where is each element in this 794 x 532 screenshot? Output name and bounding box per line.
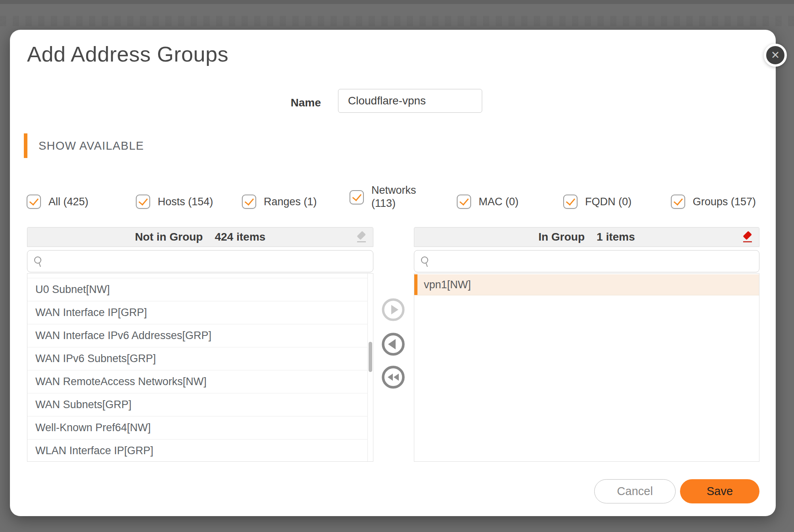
clear-search-icon[interactable]	[354, 231, 368, 245]
not-in-group-search-input[interactable]	[46, 252, 367, 270]
list-item[interactable]: WAN IPv6 Subnets[GRP]	[27, 347, 367, 370]
not-in-group-search	[27, 250, 373, 272]
clipped-list-row	[27, 274, 367, 278]
checkbox-mac[interactable]	[457, 195, 471, 209]
list-item[interactable]: WAN Interface IP[GRP]	[27, 301, 367, 324]
filter-label: Groups (157)	[693, 195, 756, 209]
list-item[interactable]: Well-Known Pref64[NW]	[27, 416, 367, 439]
checkbox-all[interactable]	[27, 195, 41, 209]
scrollbar-thumb[interactable]	[369, 342, 372, 372]
name-input[interactable]	[338, 89, 482, 113]
filter-label: All (425)	[48, 195, 89, 209]
checkbox-networks[interactable]	[350, 190, 364, 204]
filter-label-line1: Networks	[371, 184, 416, 196]
selected-list-item[interactable]: vpn1[NW]	[414, 274, 759, 295]
search-icon	[420, 256, 432, 268]
close-icon[interactable]: ✕	[764, 44, 787, 67]
cancel-button[interactable]: Cancel	[594, 479, 676, 503]
checkbox-ranges[interactable]	[242, 195, 256, 209]
filter-groups: Groups (157)	[671, 195, 756, 209]
name-field-label: Name	[281, 96, 321, 109]
not-in-group-list: U0 Subnet[NW] WAN Interface IP[GRP] WAN …	[27, 273, 373, 462]
move-right-button[interactable]	[382, 298, 405, 321]
screen-backdrop: ✕ Add Address Groups Name SHOW AVAILABLE…	[0, 0, 794, 532]
filter-mac: MAC (0)	[457, 195, 519, 209]
filter-label-line2: (113)	[371, 197, 396, 209]
list-item[interactable]: WLAN Interface IP[GRP]	[27, 439, 367, 462]
page-title: Add Address Groups	[27, 42, 228, 66]
section-title: SHOW AVAILABLE	[39, 139, 144, 152]
not-in-group-header: Not in Group 424 items	[27, 227, 373, 247]
filter-label: FQDN (0)	[585, 195, 632, 209]
scrollbar-track[interactable]	[367, 274, 373, 461]
filter-label: Hosts (154)	[158, 195, 213, 209]
list-item[interactable]: WAN Interface IPv6 Addresses[GRP]	[27, 324, 367, 347]
arrow-left-icon	[382, 333, 405, 356]
arrow-right-icon	[382, 298, 405, 321]
filter-label: MAC (0)	[479, 195, 519, 209]
not-in-group-title: Not in Group	[135, 231, 203, 243]
filter-label: Networks (113)	[371, 184, 416, 210]
in-group-list: vpn1[NW]	[414, 273, 759, 462]
add-address-groups-dialog: ✕ Add Address Groups Name SHOW AVAILABLE…	[10, 30, 776, 516]
move-all-left-button[interactable]	[382, 366, 405, 389]
filter-networks: Networks (113)	[350, 187, 416, 210]
double-arrow-left-icon	[382, 366, 405, 389]
filter-hosts: Hosts (154)	[136, 195, 213, 209]
move-left-button[interactable]	[382, 333, 405, 356]
in-group-search	[414, 250, 759, 272]
save-button[interactable]: Save	[680, 479, 759, 503]
close-glyph: ✕	[771, 50, 780, 61]
checkbox-fqdn[interactable]	[563, 195, 578, 209]
list-item[interactable]: WAN Subnets[GRP]	[27, 393, 367, 416]
not-in-group-count: 424 items	[215, 231, 266, 243]
filter-label: Ranges (1)	[264, 195, 317, 209]
clear-group-icon[interactable]	[740, 231, 754, 245]
section-accent-bar	[24, 133, 27, 158]
filter-all: All (425)	[27, 195, 89, 209]
filter-fqdn: FQDN (0)	[563, 195, 632, 209]
checkbox-groups[interactable]	[671, 195, 685, 209]
in-group-search-input[interactable]	[433, 252, 753, 270]
in-group-title: In Group	[538, 231, 585, 243]
in-group-header: In Group 1 items	[414, 227, 759, 247]
in-group-count: 1 items	[597, 231, 635, 243]
search-icon	[33, 256, 45, 268]
list-item[interactable]: WAN RemoteAccess Networks[NW]	[27, 370, 367, 393]
list-item[interactable]: U0 Subnet[NW]	[27, 278, 367, 301]
checkbox-hosts[interactable]	[136, 195, 150, 209]
filter-ranges: Ranges (1)	[242, 195, 317, 209]
